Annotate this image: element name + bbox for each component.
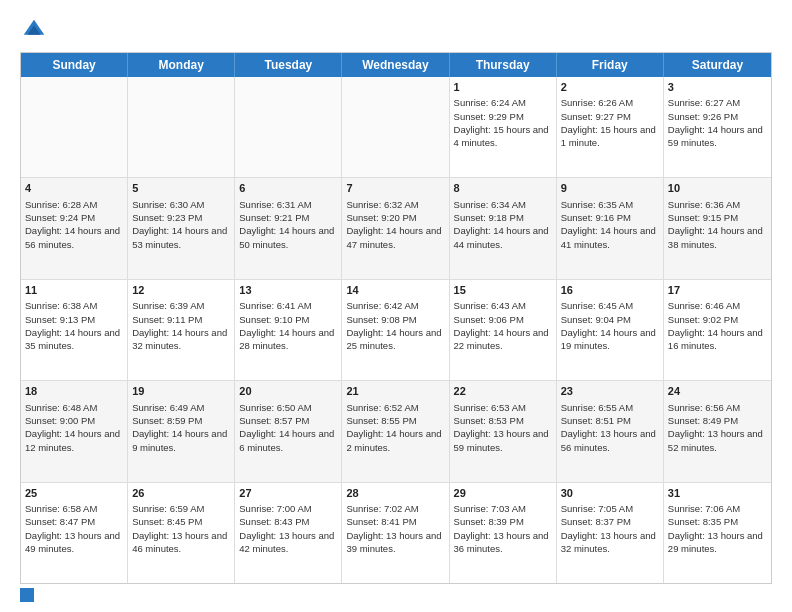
calendar-cell — [342, 77, 449, 177]
sunrise-text: Sunrise: 6:43 AM — [454, 300, 526, 311]
sunrise-text: Sunrise: 6:28 AM — [25, 199, 97, 210]
sunset-text: Sunset: 8:57 PM — [239, 415, 309, 426]
sunrise-text: Sunrise: 6:41 AM — [239, 300, 311, 311]
sunset-text: Sunset: 8:51 PM — [561, 415, 631, 426]
sunset-text: Sunset: 9:02 PM — [668, 314, 738, 325]
calendar-header-cell: Friday — [557, 53, 664, 77]
daylight-text: Daylight: 14 hours and 38 minutes. — [668, 225, 763, 249]
sunrise-text: Sunrise: 6:52 AM — [346, 402, 418, 413]
day-number: 5 — [132, 181, 230, 196]
daylight-text: Daylight: 14 hours and 16 minutes. — [668, 327, 763, 351]
sunset-text: Sunset: 9:15 PM — [668, 212, 738, 223]
sunset-text: Sunset: 9:20 PM — [346, 212, 416, 223]
daylight-text: Daylight: 14 hours and 12 minutes. — [25, 428, 120, 452]
sunrise-text: Sunrise: 6:35 AM — [561, 199, 633, 210]
sunrise-text: Sunrise: 6:50 AM — [239, 402, 311, 413]
footer — [20, 584, 772, 602]
sunrise-text: Sunrise: 6:26 AM — [561, 97, 633, 108]
daylight-text: Daylight: 14 hours and 53 minutes. — [132, 225, 227, 249]
day-number: 29 — [454, 486, 552, 501]
day-number: 17 — [668, 283, 767, 298]
sunset-text: Sunset: 9:04 PM — [561, 314, 631, 325]
calendar-cell — [21, 77, 128, 177]
sunset-text: Sunset: 8:39 PM — [454, 516, 524, 527]
day-number: 13 — [239, 283, 337, 298]
sunset-text: Sunset: 9:29 PM — [454, 111, 524, 122]
sunset-text: Sunset: 8:37 PM — [561, 516, 631, 527]
calendar-cell: 7Sunrise: 6:32 AMSunset: 9:20 PMDaylight… — [342, 178, 449, 278]
day-number: 9 — [561, 181, 659, 196]
calendar-cell: 4Sunrise: 6:28 AMSunset: 9:24 PMDaylight… — [21, 178, 128, 278]
calendar-cell: 12Sunrise: 6:39 AMSunset: 9:11 PMDayligh… — [128, 280, 235, 380]
day-number: 24 — [668, 384, 767, 399]
daylight-text: Daylight: 13 hours and 59 minutes. — [454, 428, 549, 452]
daylight-text: Daylight: 14 hours and 25 minutes. — [346, 327, 441, 351]
sunrise-text: Sunrise: 6:59 AM — [132, 503, 204, 514]
calendar-cell: 24Sunrise: 6:56 AMSunset: 8:49 PMDayligh… — [664, 381, 771, 481]
calendar-cell: 31Sunrise: 7:06 AMSunset: 8:35 PMDayligh… — [664, 483, 771, 583]
sunrise-text: Sunrise: 6:34 AM — [454, 199, 526, 210]
calendar-cell: 30Sunrise: 7:05 AMSunset: 8:37 PMDayligh… — [557, 483, 664, 583]
day-number: 18 — [25, 384, 123, 399]
daylight-text: Daylight: 13 hours and 46 minutes. — [132, 530, 227, 554]
sunrise-text: Sunrise: 6:55 AM — [561, 402, 633, 413]
calendar-row: 4Sunrise: 6:28 AMSunset: 9:24 PMDaylight… — [21, 177, 771, 278]
calendar: SundayMondayTuesdayWednesdayThursdayFrid… — [20, 52, 772, 584]
calendar-cell: 3Sunrise: 6:27 AMSunset: 9:26 PMDaylight… — [664, 77, 771, 177]
calendar-cell: 28Sunrise: 7:02 AMSunset: 8:41 PMDayligh… — [342, 483, 449, 583]
sunset-text: Sunset: 9:16 PM — [561, 212, 631, 223]
day-number: 4 — [25, 181, 123, 196]
daylight-text: Daylight: 14 hours and 19 minutes. — [561, 327, 656, 351]
calendar-header-cell: Thursday — [450, 53, 557, 77]
sunset-text: Sunset: 8:49 PM — [668, 415, 738, 426]
calendar-cell: 1Sunrise: 6:24 AMSunset: 9:29 PMDaylight… — [450, 77, 557, 177]
sunset-text: Sunset: 9:21 PM — [239, 212, 309, 223]
sunset-text: Sunset: 9:10 PM — [239, 314, 309, 325]
sunrise-text: Sunrise: 6:24 AM — [454, 97, 526, 108]
sunrise-text: Sunrise: 6:27 AM — [668, 97, 740, 108]
daylight-text: Daylight: 13 hours and 49 minutes. — [25, 530, 120, 554]
calendar-cell: 20Sunrise: 6:50 AMSunset: 8:57 PMDayligh… — [235, 381, 342, 481]
daylight-text: Daylight: 14 hours and 59 minutes. — [668, 124, 763, 148]
sunset-text: Sunset: 8:59 PM — [132, 415, 202, 426]
day-number: 31 — [668, 486, 767, 501]
calendar-header-cell: Tuesday — [235, 53, 342, 77]
daylight-text: Daylight: 13 hours and 36 minutes. — [454, 530, 549, 554]
day-number: 12 — [132, 283, 230, 298]
sunset-text: Sunset: 8:55 PM — [346, 415, 416, 426]
sunrise-text: Sunrise: 6:38 AM — [25, 300, 97, 311]
sunset-text: Sunset: 9:11 PM — [132, 314, 202, 325]
daylight-text: Daylight: 14 hours and 28 minutes. — [239, 327, 334, 351]
sunrise-text: Sunrise: 6:36 AM — [668, 199, 740, 210]
sunrise-text: Sunrise: 6:56 AM — [668, 402, 740, 413]
day-number: 28 — [346, 486, 444, 501]
sunset-text: Sunset: 9:26 PM — [668, 111, 738, 122]
logo-icon — [20, 16, 48, 44]
sunrise-text: Sunrise: 6:45 AM — [561, 300, 633, 311]
calendar-cell — [235, 77, 342, 177]
calendar-row: 11Sunrise: 6:38 AMSunset: 9:13 PMDayligh… — [21, 279, 771, 380]
day-number: 1 — [454, 80, 552, 95]
sunrise-text: Sunrise: 6:32 AM — [346, 199, 418, 210]
calendar-cell — [128, 77, 235, 177]
calendar-header: SundayMondayTuesdayWednesdayThursdayFrid… — [21, 53, 771, 77]
calendar-header-cell: Monday — [128, 53, 235, 77]
sunrise-text: Sunrise: 6:48 AM — [25, 402, 97, 413]
daylight-text: Daylight: 14 hours and 56 minutes. — [25, 225, 120, 249]
daylight-text: Daylight: 13 hours and 29 minutes. — [668, 530, 763, 554]
calendar-body: 1Sunrise: 6:24 AMSunset: 9:29 PMDaylight… — [21, 77, 771, 583]
calendar-row: 25Sunrise: 6:58 AMSunset: 8:47 PMDayligh… — [21, 482, 771, 583]
daylight-text: Daylight: 14 hours and 6 minutes. — [239, 428, 334, 452]
page: SundayMondayTuesdayWednesdayThursdayFrid… — [0, 0, 792, 612]
calendar-cell: 19Sunrise: 6:49 AMSunset: 8:59 PMDayligh… — [128, 381, 235, 481]
day-number: 23 — [561, 384, 659, 399]
sunset-text: Sunset: 9:08 PM — [346, 314, 416, 325]
daylight-text: Daylight: 14 hours and 2 minutes. — [346, 428, 441, 452]
daylight-text: Daylight: 14 hours and 9 minutes. — [132, 428, 227, 452]
calendar-cell: 17Sunrise: 6:46 AMSunset: 9:02 PMDayligh… — [664, 280, 771, 380]
calendar-cell: 26Sunrise: 6:59 AMSunset: 8:45 PMDayligh… — [128, 483, 235, 583]
sunset-text: Sunset: 8:47 PM — [25, 516, 95, 527]
sunrise-text: Sunrise: 7:02 AM — [346, 503, 418, 514]
daylight-text: Daylight: 15 hours and 1 minute. — [561, 124, 656, 148]
day-number: 2 — [561, 80, 659, 95]
